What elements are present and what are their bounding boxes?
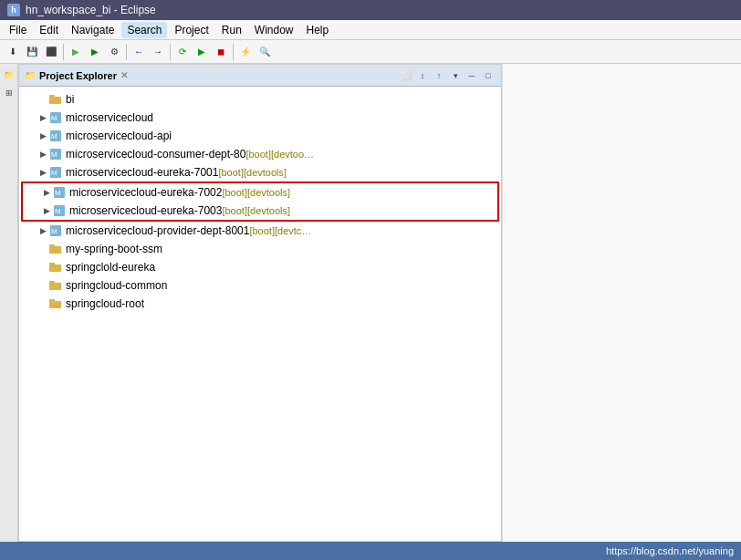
toolbar-ext-btn[interactable]: ⚙ (105, 43, 123, 61)
explorer-menu-btn[interactable]: ▾ (448, 68, 463, 83)
tree-item[interactable]: ▶Mmicroservicecloud-eureka-7001 [boot] [… (19, 163, 501, 181)
left-panel-explorer-icon[interactable]: 📁 (2, 67, 16, 82)
menu-help[interactable]: Help (301, 22, 335, 38)
toolbar-search-btn[interactable]: 🔍 (256, 43, 274, 61)
tree-item-icon: M (48, 129, 63, 143)
toolbar-refresh-btn[interactable]: ⟳ (173, 43, 192, 61)
tree-item-icon: M (52, 203, 67, 218)
toolbar-new-btn[interactable]: ⬇ (4, 43, 22, 61)
tree-view[interactable]: bi▶Mmicroservicecloud▶Mmicroservicecloud… (19, 87, 501, 541)
tree-item-label: bi (66, 93, 74, 106)
tree-item[interactable]: ▶Mmicroservicecloud-eureka-7003 [boot] [… (23, 202, 497, 220)
explorer-title: 📁 Project Explorer ✕ (25, 70, 128, 81)
title-bar: h hn_workspace_bi - Eclipse (0, 0, 741, 20)
tree-item-icon (48, 296, 63, 311)
tree-item-devtools-label: [devtoo… (271, 149, 314, 160)
svg-text:M: M (55, 207, 61, 215)
explorer-toolbar-right: ⬜ ↕ ↑ ▾ ─ □ (399, 68, 496, 83)
tree-item-label: my-spring-boot-ssm (66, 243, 162, 255)
explorer-max-view-btn[interactable]: □ (481, 68, 496, 83)
toolbar-sep-1 (63, 44, 64, 60)
title-text: hn_workspace_bi - Eclipse (26, 4, 156, 16)
explorer-minimize-btn[interactable]: ⬜ (399, 68, 413, 83)
tree-item-label: springcloud-common (66, 279, 167, 292)
tree-arrow-icon[interactable]: ▶ (41, 188, 52, 197)
svg-text:M: M (51, 169, 57, 177)
tree-item[interactable]: ▶Mmicroservicecloud-api (19, 127, 501, 145)
app-icon: h (7, 4, 20, 16)
tree-item-icon: M (52, 185, 67, 200)
tree-item[interactable]: ▶Mmicroservicecloud-consumer-dept-80 [bo… (19, 145, 501, 163)
svg-text:M: M (51, 227, 57, 235)
toolbar-sep-2 (126, 44, 127, 60)
tree-item[interactable]: springcloud-root (19, 295, 501, 313)
highlight-box: ▶Mmicroservicecloud-eureka-7002 [boot] [… (21, 181, 499, 222)
toolbar-back-btn[interactable]: ← (130, 43, 148, 61)
tree-item-label: springclold-eureka (66, 261, 155, 274)
svg-text:M: M (55, 189, 61, 197)
main-area: 📁 ⊞ 📁 Project Explorer ✕ ⬜ ↕ ↑ ▾ ─ □ bi▶… (0, 64, 741, 542)
tree-item-boot-label: [boot] (218, 167, 244, 178)
svg-rect-16 (49, 246, 61, 254)
svg-rect-21 (49, 281, 55, 284)
tree-item-label: microservicecloud-provider-dept-8001 (66, 224, 249, 237)
toolbar-debug-btn[interactable]: ▶ (67, 43, 85, 61)
explorer-min-view-btn[interactable]: ─ (464, 68, 479, 83)
tree-item-devtools-label: [devtools] (244, 167, 287, 178)
svg-rect-19 (49, 263, 55, 265)
menu-navigate[interactable]: Navigate (66, 22, 120, 38)
toolbar: ⬇ 💾 ⬛ ▶ ▶ ⚙ ← → ⟳ ▶ ◼ ⚡ 🔍 (0, 40, 741, 64)
tree-item-label: microservicecloud-api (66, 130, 172, 142)
tree-item-icon (48, 260, 63, 275)
menu-window[interactable]: Window (249, 22, 299, 38)
menu-search[interactable]: Search (121, 22, 167, 38)
status-text: https://blog.csdn.net/yuaning (606, 545, 734, 556)
toolbar-stop-btn[interactable]: ◼ (212, 43, 230, 61)
tree-item-icon: M (48, 110, 63, 125)
tree-arrow-icon[interactable]: ▶ (41, 206, 52, 215)
tree-item-boot-label: [boot] (249, 225, 275, 236)
tree-item[interactable]: bi (19, 90, 501, 109)
tree-arrow-icon[interactable]: ▶ (37, 113, 48, 122)
tree-item-label: microservicecloud-consumer-dept-80 (66, 148, 245, 161)
tree-item[interactable]: ▶Mmicroservicecloud-provider-dept-8001 [… (19, 222, 501, 240)
tree-item-icon: M (48, 147, 63, 161)
svg-rect-22 (49, 301, 61, 308)
toolbar-sep-4 (233, 44, 234, 60)
toolbar-build-btn[interactable]: ⚡ (236, 43, 255, 61)
tree-arrow-icon[interactable]: ▶ (37, 168, 48, 177)
menu-run[interactable]: Run (216, 22, 247, 38)
tree-item-boot-label: [boot] (245, 149, 271, 160)
tree-item-boot-label: [boot] (222, 187, 247, 198)
editor-area (502, 64, 741, 542)
menu-file[interactable]: File (4, 22, 32, 38)
tree-item[interactable]: springcloud-common (19, 276, 501, 295)
svg-rect-18 (49, 264, 61, 272)
toolbar-save-all-btn[interactable]: ⬛ (42, 43, 60, 61)
tree-item-label: microservicecloud-eureka-7002 (69, 186, 222, 199)
tree-item[interactable]: springclold-eureka (19, 258, 501, 276)
left-panel-console-icon[interactable]: ⊞ (2, 86, 16, 100)
explorer-sync-btn[interactable]: ↕ (415, 68, 430, 83)
menu-project[interactable]: Project (169, 22, 214, 38)
toolbar-run-btn[interactable]: ▶ (86, 43, 104, 61)
explorer-collapse-btn[interactable]: ↑ (432, 68, 446, 83)
toolbar-save-btn[interactable]: 💾 (23, 43, 41, 61)
svg-text:M: M (51, 114, 57, 122)
toolbar-forward-btn[interactable]: → (149, 43, 167, 61)
tree-item[interactable]: ▶Mmicroservicecloud (19, 109, 501, 127)
menu-edit[interactable]: Edit (34, 22, 64, 38)
tree-item[interactable]: ▶Mmicroservicecloud-eureka-7002 [boot] [… (23, 183, 497, 202)
tree-item-icon (48, 278, 63, 293)
tree-item[interactable]: my-spring-boot-ssm (19, 240, 501, 258)
tree-arrow-icon[interactable]: ▶ (37, 226, 48, 235)
menu-bar: File Edit Navigate Search Project Run Wi… (0, 20, 741, 40)
tree-item-devtools-label: [devtools] (247, 205, 290, 216)
svg-text:M: M (51, 150, 57, 159)
tree-arrow-icon[interactable]: ▶ (37, 131, 48, 140)
tree-arrow-icon[interactable]: ▶ (37, 150, 48, 159)
tree-item-label: springcloud-root (66, 297, 144, 310)
toolbar-play-btn[interactable]: ▶ (193, 43, 211, 61)
svg-rect-17 (49, 244, 55, 247)
explorer-title-text: Project Explorer (39, 70, 117, 81)
